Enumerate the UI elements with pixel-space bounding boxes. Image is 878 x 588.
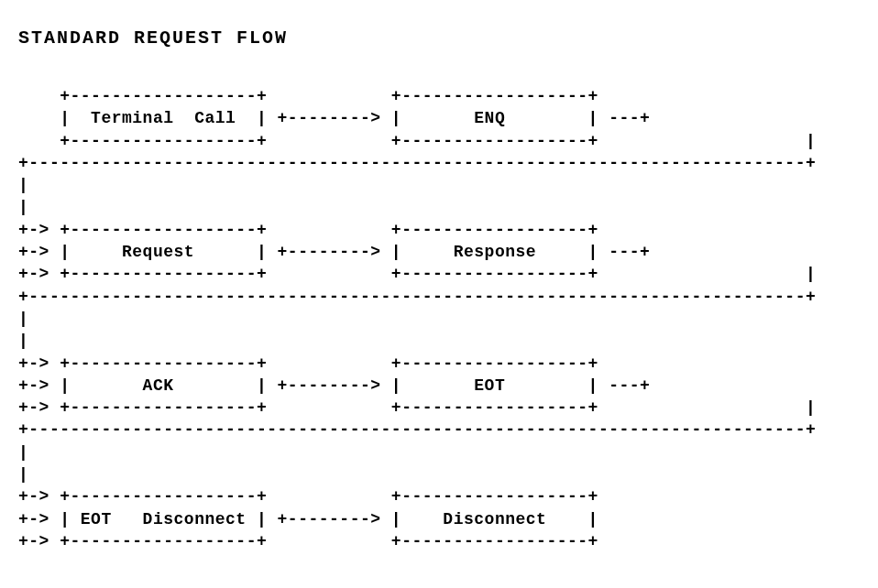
diagram-title: STANDARD REQUEST FLOW [18,27,860,49]
flow-diagram: +------------------+ +------------------… [18,85,860,552]
